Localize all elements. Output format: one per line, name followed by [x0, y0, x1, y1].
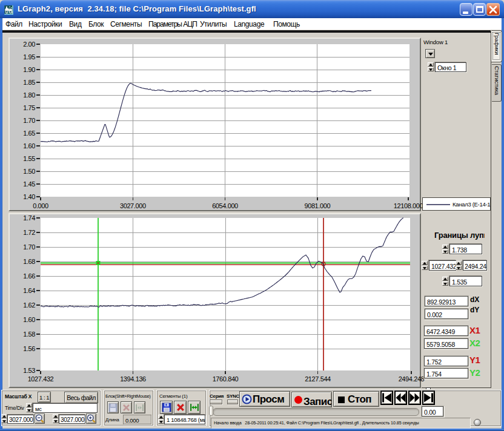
svg-text:1.85: 1.85 [23, 79, 35, 86]
svg-text:1.55: 1.55 [23, 155, 35, 162]
svg-text:1.80: 1.80 [23, 91, 35, 99]
svg-text:3027.000: 3027.000 [120, 202, 146, 209]
svg-text:1.58: 1.58 [23, 331, 35, 338]
svg-text:1.90: 1.90 [23, 66, 35, 73]
svg-text:G: G [9, 9, 13, 15]
svg-text:1.65: 1.65 [23, 130, 35, 137]
svg-text:12108.000: 12108.000 [394, 202, 423, 209]
svg-text:1.66: 1.66 [23, 272, 35, 280]
svg-text:1.72: 1.72 [23, 229, 35, 236]
svg-text:1.68: 1.68 [23, 258, 35, 265]
svg-text:1.56: 1.56 [23, 345, 35, 352]
svg-text:0.000: 0.000 [33, 202, 48, 209]
svg-text:1.53: 1.53 [23, 367, 35, 374]
svg-text:1.40: 1.40 [23, 193, 35, 200]
svg-text:1.74: 1.74 [23, 214, 35, 222]
svg-text:2494.248: 2494.248 [399, 375, 425, 383]
svg-text:2.00: 2.00 [23, 41, 35, 48]
svg-text:1.70: 1.70 [23, 243, 35, 251]
svg-text:1.62: 1.62 [23, 301, 35, 309]
svg-text:2127.544: 2127.544 [305, 375, 331, 383]
svg-text:1.50: 1.50 [23, 168, 35, 175]
svg-text:1027.432: 1027.432 [28, 375, 54, 383]
svg-text:6054.000: 6054.000 [212, 202, 238, 209]
svg-text:9081.000: 9081.000 [304, 202, 330, 209]
svg-text:1394.136: 1394.136 [120, 375, 146, 383]
svg-text:1.60: 1.60 [23, 142, 35, 150]
svg-text:1.95: 1.95 [23, 53, 35, 61]
svg-text:1.60: 1.60 [23, 316, 35, 323]
svg-text:1.64: 1.64 [23, 287, 35, 294]
svg-text:1760.840: 1760.840 [213, 375, 239, 383]
svg-text:1.45: 1.45 [23, 180, 35, 188]
svg-text:1.75: 1.75 [23, 104, 35, 111]
svg-text:1.70: 1.70 [23, 117, 35, 124]
